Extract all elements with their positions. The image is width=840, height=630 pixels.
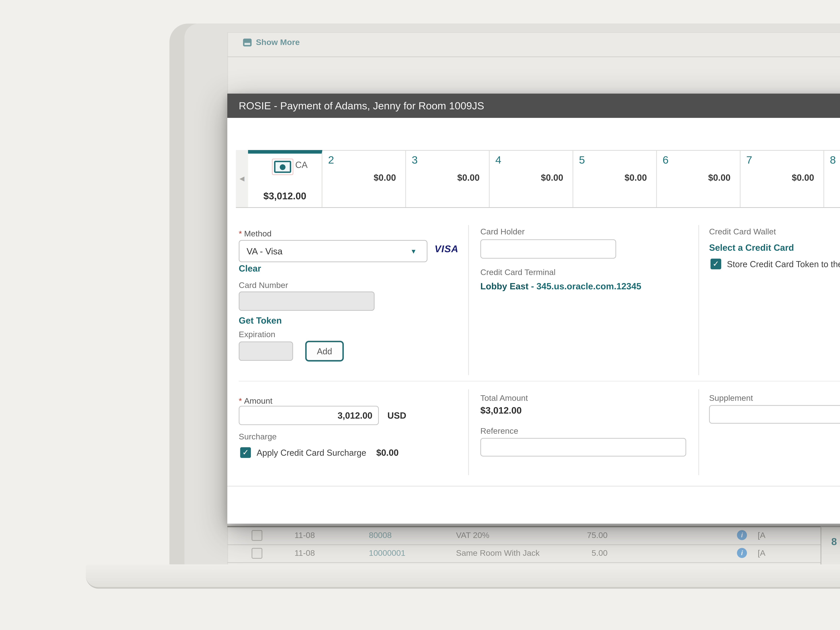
total-amount-label: Total Amount bbox=[480, 394, 528, 402]
expiration-input[interactable] bbox=[239, 342, 293, 361]
dialog-title-bar: ROSIE - Payment of Adams, Jenny for Room… bbox=[227, 93, 840, 118]
get-token-link[interactable]: Get Token bbox=[239, 316, 282, 326]
store-token-checkbox-row: ✓ Store Credit Card Token to the wallet bbox=[711, 258, 840, 269]
tab-number: 7 bbox=[746, 154, 752, 166]
tab-number: 6 bbox=[663, 154, 669, 166]
folio-window-8-number: 8 bbox=[831, 536, 837, 547]
column-divider bbox=[468, 389, 469, 475]
tab-number: 2 bbox=[328, 154, 334, 166]
tab-amount: $0.00 bbox=[457, 173, 480, 183]
show-more-icon bbox=[243, 38, 252, 46]
tabs-prev-icon[interactable]: ◀ bbox=[236, 150, 248, 207]
payment-type-icon-frame bbox=[272, 159, 293, 175]
show-more-label: Show More bbox=[256, 38, 300, 46]
charge-row[interactable]: 11-08 10000001 Same Room With Jack 5.00 … bbox=[227, 545, 840, 563]
terminal-value: Lobby East - 345.us.oracle.com.12345 bbox=[480, 282, 641, 291]
charge-row[interactable]: 11-08 80008 VAT 20% 75.00 i [A bbox=[227, 527, 840, 545]
total-amount-value: $3,012.00 bbox=[480, 405, 522, 416]
laptop-base bbox=[86, 564, 840, 589]
surcharge-amount: $0.00 bbox=[376, 448, 399, 458]
tab-number: 8 bbox=[830, 154, 836, 166]
method-value: VA - Visa bbox=[246, 246, 411, 256]
charge-tag: [A bbox=[758, 531, 766, 539]
show-more-link[interactable]: Show More bbox=[243, 36, 300, 48]
folio-window-tabs: ◀ CA $3,012.00 2 $0.00 3 $0.00 4 $0.00 5… bbox=[236, 150, 840, 208]
row-separator bbox=[239, 381, 840, 381]
tab-window[interactable]: 3 $0.00 bbox=[406, 150, 490, 207]
column-divider bbox=[698, 389, 699, 475]
add-button-label: Add bbox=[317, 346, 332, 356]
terminal-separator: - bbox=[531, 282, 534, 291]
tab-number: 5 bbox=[579, 154, 585, 166]
column-divider bbox=[468, 225, 469, 375]
tab-amount: $0.00 bbox=[624, 173, 647, 183]
panel-divider bbox=[227, 57, 840, 57]
column-divider bbox=[698, 225, 699, 375]
surcharge-checkbox-row: ✓ Apply Credit Card Surcharge $0.00 bbox=[240, 447, 399, 458]
table-divider bbox=[227, 526, 840, 527]
surcharge-label: Surcharge bbox=[239, 432, 277, 441]
tab-amount: $0.00 bbox=[708, 173, 731, 183]
row-checkbox[interactable] bbox=[252, 548, 262, 559]
tab-number: 4 bbox=[496, 154, 502, 166]
info-icon[interactable]: i bbox=[737, 530, 747, 540]
supplement-label: Supplement bbox=[709, 394, 753, 402]
terminal-name: Lobby East bbox=[480, 282, 529, 291]
tab-window[interactable]: 4 $0.00 bbox=[489, 150, 573, 207]
reference-input[interactable] bbox=[480, 438, 686, 457]
folio-window-8-item[interactable]: 8 bbox=[821, 526, 840, 566]
dialog-title: ROSIE - Payment of Adams, Jenny for Room… bbox=[239, 100, 484, 112]
method-label: *Method bbox=[239, 227, 272, 239]
charge-code-link[interactable]: 80008 bbox=[369, 531, 392, 539]
charge-tag: [A bbox=[758, 549, 766, 557]
laptop-mockup: Show More Move Charges 11-08 80008 VAT 2… bbox=[0, 0, 840, 630]
required-asterisk: * bbox=[239, 397, 242, 405]
required-asterisk: * bbox=[239, 229, 242, 238]
info-icon[interactable]: i bbox=[737, 548, 747, 558]
charge-date: 11-08 bbox=[295, 531, 315, 539]
surcharge-checkbox-label: Apply Credit Card Surcharge bbox=[257, 448, 366, 458]
select-credit-card-link[interactable]: Select a Credit Card bbox=[709, 243, 794, 253]
tab-amount: $3,012.00 bbox=[248, 191, 322, 202]
chevron-down-icon: ▼ bbox=[411, 247, 417, 255]
tab-amount: $0.00 bbox=[541, 173, 563, 183]
currency-label: USD bbox=[387, 411, 406, 421]
terminal-address: 345.us.oracle.com.12345 bbox=[537, 282, 641, 291]
method-select[interactable]: VA - Visa ▼ bbox=[239, 240, 427, 262]
tab-window[interactable]: 2 $0.00 bbox=[322, 150, 406, 207]
amount-label: *Amount bbox=[239, 394, 273, 406]
add-button[interactable]: Add bbox=[305, 341, 344, 361]
tab-window[interactable]: 6 $0.00 bbox=[657, 150, 741, 207]
visa-logo: VISA bbox=[434, 244, 459, 254]
card-number-label: Card Number bbox=[239, 281, 288, 289]
card-holder-label: Card Holder bbox=[480, 227, 525, 236]
tab-amount: $0.00 bbox=[374, 173, 396, 183]
terminal-label: Credit Card Terminal bbox=[480, 268, 556, 277]
cash-icon bbox=[274, 161, 291, 173]
tab-window-1-active[interactable]: CA $3,012.00 bbox=[248, 150, 322, 207]
tab-window[interactable]: 8 $0.00 bbox=[824, 150, 840, 207]
charge-amount: 75.00 bbox=[542, 531, 608, 539]
tab-number: 3 bbox=[412, 154, 418, 166]
card-number-input[interactable] bbox=[239, 291, 374, 311]
tab-window[interactable]: 5 $0.00 bbox=[573, 150, 657, 207]
checkbox-checked-icon[interactable]: ✓ bbox=[240, 447, 251, 458]
payment-dialog: ROSIE - Payment of Adams, Jenny for Room… bbox=[227, 93, 840, 523]
amount-input[interactable] bbox=[239, 406, 379, 425]
store-token-label: Store Credit Card Token to the wallet bbox=[727, 259, 840, 269]
wallet-label: Credit Card Wallet bbox=[709, 227, 776, 236]
footer-divider bbox=[227, 486, 840, 487]
tab-amount: $0.00 bbox=[792, 173, 814, 183]
checkbox-checked-icon[interactable]: ✓ bbox=[711, 258, 721, 269]
clear-link[interactable]: Clear bbox=[239, 264, 261, 274]
charge-date: 11-08 bbox=[295, 549, 315, 557]
charges-table: 11-08 80008 VAT 20% 75.00 i [A 11-08 100… bbox=[227, 527, 840, 563]
charge-description: VAT 20% bbox=[456, 531, 489, 539]
tab-window[interactable]: 7 $0.00 bbox=[741, 150, 824, 207]
charge-code-link[interactable]: 10000001 bbox=[369, 549, 406, 557]
row-checkbox[interactable] bbox=[252, 530, 262, 541]
charge-description: Same Room With Jack bbox=[456, 549, 540, 557]
reference-label: Reference bbox=[480, 427, 518, 435]
supplement-input[interactable] bbox=[709, 405, 840, 424]
card-holder-input[interactable] bbox=[480, 239, 616, 258]
